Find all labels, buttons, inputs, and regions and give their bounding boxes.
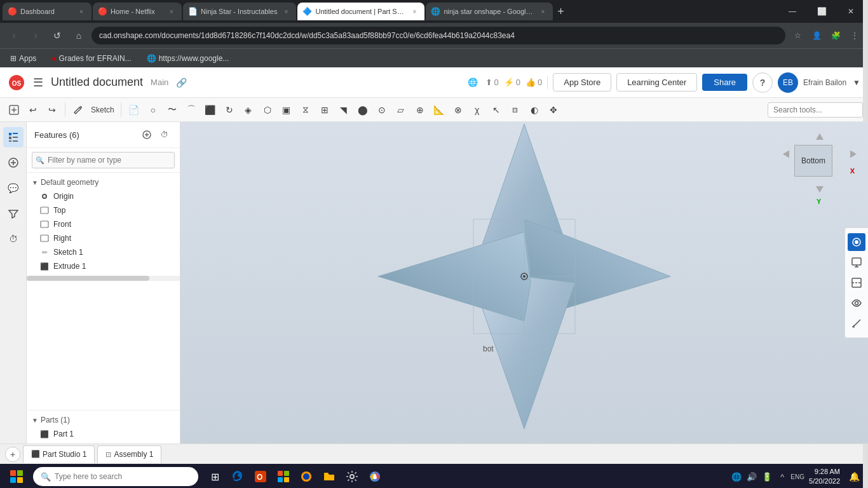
mate-icon[interactable]: ⊕ bbox=[411, 101, 429, 119]
start-button[interactable] bbox=[5, 465, 28, 488]
fillet-icon[interactable]: ⌒ bbox=[182, 101, 200, 119]
viewport[interactable]: bot X Y bbox=[180, 122, 868, 444]
revolve-icon[interactable]: ↻ bbox=[220, 101, 238, 119]
app-logo[interactable]: OS bbox=[8, 74, 25, 92]
user-dropdown-icon[interactable]: ▼ bbox=[853, 78, 860, 87]
taskbar-search-input[interactable] bbox=[55, 472, 191, 481]
firefox-icon[interactable] bbox=[296, 466, 316, 487]
home-button[interactable]: ⌂ bbox=[70, 27, 88, 44]
settings-icon[interactable] bbox=[342, 466, 362, 487]
bezier-icon[interactable]: 〜 bbox=[163, 101, 181, 119]
sidebar-item-features[interactable] bbox=[3, 127, 24, 147]
cube-arrow-up[interactable] bbox=[815, 132, 825, 144]
feature-scrollbar[interactable] bbox=[27, 276, 180, 281]
hamburger-menu-icon[interactable]: ☰ bbox=[31, 73, 46, 92]
part-studio-tab[interactable]: ⬛ Part Studio 1 bbox=[23, 445, 95, 463]
help-button[interactable]: ? bbox=[752, 72, 773, 93]
address-input[interactable] bbox=[92, 27, 785, 44]
forward-button[interactable]: › bbox=[27, 27, 44, 44]
extension-puzzle-icon[interactable]: 🧩 bbox=[827, 27, 844, 44]
tab-close-google[interactable]: × bbox=[538, 6, 548, 17]
user-name[interactable]: Efrain Bailon bbox=[803, 78, 846, 87]
new-icon[interactable]: 📄 bbox=[125, 101, 143, 119]
tray-expand-icon[interactable]: ^ bbox=[776, 470, 789, 483]
new-tab-icon[interactable]: + bbox=[554, 5, 567, 18]
tab-close-dashboard[interactable]: × bbox=[76, 6, 86, 17]
feature-item-top[interactable]: Top bbox=[27, 203, 180, 217]
section-view-icon[interactable] bbox=[848, 274, 865, 292]
mirror-icon[interactable]: ⧖ bbox=[297, 101, 315, 119]
store-icon[interactable] bbox=[273, 466, 294, 487]
undo-button[interactable]: ↩ bbox=[24, 101, 42, 119]
default-geometry-header[interactable]: ▼ Default geometry bbox=[27, 175, 180, 189]
feature-add-icon[interactable] bbox=[139, 127, 154, 142]
redo-button[interactable]: ↪ bbox=[43, 101, 61, 119]
close-button[interactable]: ✕ bbox=[836, 2, 865, 21]
sidebar-item-comment[interactable]: 💬 bbox=[3, 178, 24, 198]
hole-icon[interactable]: ⊙ bbox=[373, 101, 391, 119]
office365-icon[interactable]: O bbox=[250, 466, 271, 487]
render-icon[interactable]: ◐ bbox=[526, 101, 543, 119]
tab-close-netflix[interactable]: × bbox=[166, 6, 177, 17]
cube-arrow-right[interactable] bbox=[848, 149, 858, 161]
user-avatar[interactable]: EB bbox=[778, 72, 798, 93]
search-tools-input[interactable] bbox=[768, 102, 863, 118]
add-tab-button[interactable]: + bbox=[5, 447, 20, 462]
feature-item-front[interactable]: Front bbox=[27, 217, 180, 231]
bookmark-google[interactable]: 🌐 https://www.google... bbox=[142, 53, 234, 64]
select-icon[interactable]: ↖ bbox=[487, 101, 505, 119]
display-settings-icon[interactable] bbox=[848, 254, 865, 271]
tab-google[interactable]: 🌐 ninja star onshape - Google ... × bbox=[426, 3, 553, 20]
time-display[interactable]: 9:28 AM 5/20/2022 bbox=[809, 467, 840, 487]
sidebar-item-add[interactable] bbox=[3, 152, 24, 173]
tab-new-button[interactable]: + bbox=[554, 5, 572, 18]
parts-section-header[interactable]: ▼ Parts (1) bbox=[27, 413, 180, 427]
cube-arrow-left[interactable] bbox=[782, 149, 792, 161]
maximize-button[interactable]: ⬜ bbox=[807, 2, 836, 21]
boolean-icon[interactable]: ⬤ bbox=[354, 101, 372, 119]
extrude-icon[interactable]: ⬛ bbox=[201, 101, 219, 119]
app-store-button[interactable]: App Store bbox=[553, 73, 611, 92]
bookmark-apps[interactable]: ⊞ Apps bbox=[5, 53, 41, 64]
back-button[interactable]: ‹ bbox=[5, 27, 23, 44]
globe-icon[interactable]: 🌐 bbox=[468, 78, 478, 87]
sketch-label[interactable]: Sketch bbox=[88, 105, 117, 114]
share-button[interactable]: Share bbox=[702, 74, 747, 91]
circle-icon[interactable]: ○ bbox=[144, 101, 162, 119]
network-icon[interactable]: 🌐 bbox=[730, 470, 743, 483]
sidebar-item-filter[interactable] bbox=[3, 203, 24, 224]
measure-icon[interactable]: 📐 bbox=[430, 101, 448, 119]
tab-netflix[interactable]: 🔴 Home - Netflix × bbox=[93, 3, 182, 20]
bookmark-star-icon[interactable]: ☆ bbox=[789, 27, 806, 44]
variable-icon[interactable]: χ bbox=[468, 101, 486, 119]
sound-icon[interactable]: 🔊 bbox=[745, 470, 758, 483]
document-link-icon[interactable]: 🔗 bbox=[176, 78, 187, 88]
learning-center-button[interactable]: Learning Center bbox=[616, 73, 697, 92]
assembly-tab[interactable]: ⊡ Assembly 1 bbox=[97, 445, 161, 463]
tab-close-instructables[interactable]: × bbox=[281, 6, 291, 17]
feature-item-right[interactable]: Right bbox=[27, 231, 180, 245]
sweep-icon[interactable]: ⬡ bbox=[259, 101, 276, 119]
cube-face-bottom[interactable]: Bottom bbox=[794, 145, 832, 177]
feature-item-sketch1[interactable]: ✏ Sketch 1 bbox=[27, 245, 180, 259]
pattern-icon[interactable]: ⊞ bbox=[316, 101, 334, 119]
input-method-icon[interactable]: ENG bbox=[791, 470, 804, 483]
chamfer-icon[interactable]: ◥ bbox=[335, 101, 353, 119]
tab-onshape[interactable]: 🔷 Untitled document | Part Stu... × bbox=[297, 3, 424, 20]
sidebar-item-history[interactable]: ⏱ bbox=[3, 229, 24, 249]
toolbar-feature-icon[interactable] bbox=[5, 101, 23, 119]
file-explorer-icon[interactable] bbox=[319, 466, 339, 487]
taskview-icon[interactable]: ⊞ bbox=[205, 466, 225, 487]
tab-instructables[interactable]: 📄 Ninja Star - Instructables × bbox=[183, 3, 296, 20]
profile-icon[interactable]: 👤 bbox=[808, 27, 825, 44]
notification-button[interactable]: 🔔 bbox=[845, 468, 863, 485]
reload-button[interactable]: ↺ bbox=[48, 27, 66, 44]
battery-icon[interactable]: 🔋 bbox=[761, 470, 773, 483]
move-icon[interactable]: ✥ bbox=[545, 101, 562, 119]
appearance-icon[interactable] bbox=[848, 233, 865, 251]
plane-icon[interactable]: ▱ bbox=[392, 101, 410, 119]
taskbar-search[interactable]: 🔍 bbox=[33, 467, 198, 486]
minimize-button[interactable]: — bbox=[778, 2, 807, 21]
measure-distance-icon[interactable] bbox=[848, 315, 865, 332]
feature-item-extrude1[interactable]: ⬛ Extrude 1 bbox=[27, 259, 180, 273]
